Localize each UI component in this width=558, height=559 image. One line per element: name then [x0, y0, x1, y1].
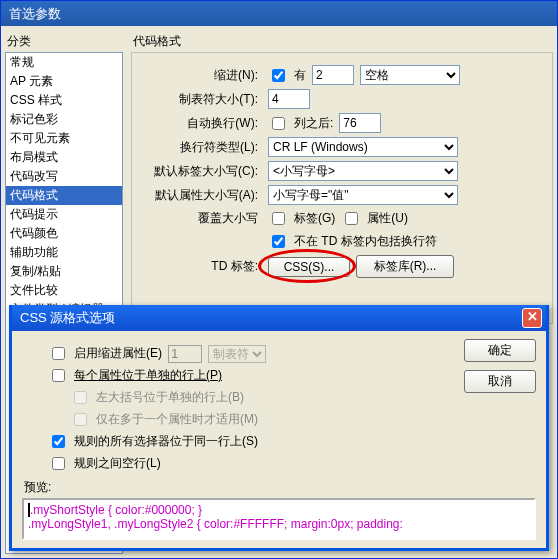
selectors-same-line-label: 规则的所有选择器位于同一行上(S)	[74, 433, 258, 450]
category-item[interactable]: 代码颜色	[6, 224, 122, 243]
code-format-panel: 缩进(N): 有 空格 制表符大小(T): 自动换行(W): 列之后:	[131, 52, 553, 324]
override-tag-checkbox[interactable]	[272, 212, 285, 225]
no-td-wrap-label: 不在 TD 标签内包括换行符	[294, 233, 437, 250]
open-brace-label: 左大括号位于单独的行上(B)	[96, 389, 244, 406]
indent-cb-label: 有	[294, 67, 306, 84]
indent-label: 缩进(N):	[140, 67, 258, 84]
blank-line-checkbox[interactable]	[52, 457, 65, 470]
window-title: 首选参数	[9, 6, 61, 21]
category-item[interactable]: 代码格式	[6, 186, 122, 205]
indent-unit-select-2: 制表符	[208, 345, 266, 363]
enable-indent-checkbox[interactable]	[52, 347, 65, 360]
default-attr-case-select[interactable]: 小写字母="值"	[268, 185, 458, 205]
linebreak-label: 换行符类型(L):	[140, 139, 258, 156]
blank-line-label: 规则之间空行(L)	[74, 455, 161, 472]
tab-size-label: 制表符大小(T):	[140, 91, 258, 108]
override-case-label: 覆盖大小写	[140, 210, 258, 227]
linebreak-select[interactable]: CR LF (Windows)	[268, 137, 458, 157]
category-item[interactable]: 辅助功能	[6, 243, 122, 262]
cancel-button[interactable]: 取消	[464, 370, 536, 393]
close-icon: ✕	[527, 309, 538, 324]
override-tag-label: 标签(G)	[294, 210, 335, 227]
category-item[interactable]: 标记色彩	[6, 110, 122, 129]
default-tag-case-label: 默认标签大小写(C):	[140, 163, 258, 180]
auto-wrap-checkbox[interactable]	[272, 117, 285, 130]
selectors-same-line-checkbox[interactable]	[52, 435, 65, 448]
indent-amount-input	[168, 345, 202, 363]
ok-button[interactable]: 确定	[464, 339, 536, 362]
default-tag-case-select[interactable]: <小写字母>	[268, 161, 458, 181]
category-item[interactable]: 复制/粘贴	[6, 262, 122, 281]
category-item[interactable]: 布局模式	[6, 148, 122, 167]
css-format-dialog: CSS 源格式选项 ✕ 确定 取消 启用缩进属性(E) 制表符 每个属性位于单独…	[9, 305, 549, 551]
preview-line-2: .myLongStyle1, .myLongStyle2 { color:#FF…	[28, 517, 403, 531]
category-label: 分类	[7, 33, 123, 50]
open-brace-checkbox	[74, 391, 87, 404]
category-item[interactable]: 常规	[6, 53, 122, 72]
td-tag-label: TD 标签:	[140, 258, 258, 275]
indent-checkbox[interactable]	[272, 69, 285, 82]
tag-library-button[interactable]: 标签库(R)...	[356, 255, 454, 278]
default-attr-case-label: 默认属性大小写(A):	[140, 187, 258, 204]
indent-value-input[interactable]	[312, 65, 354, 85]
preview-box: .myShortStyle { color:#000000; } .myLong…	[22, 498, 536, 540]
dialog-title: CSS 源格式选项	[20, 310, 115, 325]
each-prop-label: 每个属性位于单独的行上(P)	[74, 367, 222, 384]
preview-label: 预览:	[24, 479, 540, 496]
category-item[interactable]: 代码改写	[6, 167, 122, 186]
dialog-title-bar: CSS 源格式选项 ✕	[12, 305, 546, 331]
css-button[interactable]: CSS(S)...	[268, 257, 350, 277]
close-button[interactable]: ✕	[522, 308, 542, 328]
each-prop-checkbox[interactable]	[52, 369, 65, 382]
auto-wrap-value-input[interactable]	[339, 113, 381, 133]
tab-size-input[interactable]	[268, 89, 310, 109]
only-multi-label: 仅在多于一个属性时才适用(M)	[96, 411, 258, 428]
only-multi-checkbox	[74, 413, 87, 426]
override-attr-label: 属性(U)	[367, 210, 408, 227]
indent-unit-select[interactable]: 空格	[360, 65, 460, 85]
panel-title: 代码格式	[133, 33, 553, 50]
enable-indent-label: 启用缩进属性(E)	[74, 345, 162, 362]
no-td-wrap-checkbox[interactable]	[272, 235, 285, 248]
category-item[interactable]: 不可见元素	[6, 129, 122, 148]
auto-wrap-cb-label: 列之后:	[294, 115, 333, 132]
category-item[interactable]: 代码提示	[6, 205, 122, 224]
preview-line-1: .myShortStyle { color:#000000; }	[30, 503, 202, 517]
category-item[interactable]: CSS 样式	[6, 91, 122, 110]
category-item[interactable]: AP 元素	[6, 72, 122, 91]
auto-wrap-label: 自动换行(W):	[140, 115, 258, 132]
category-item[interactable]: 文件比较	[6, 281, 122, 300]
override-attr-checkbox[interactable]	[345, 212, 358, 225]
window-title-bar: 首选参数	[1, 1, 557, 26]
